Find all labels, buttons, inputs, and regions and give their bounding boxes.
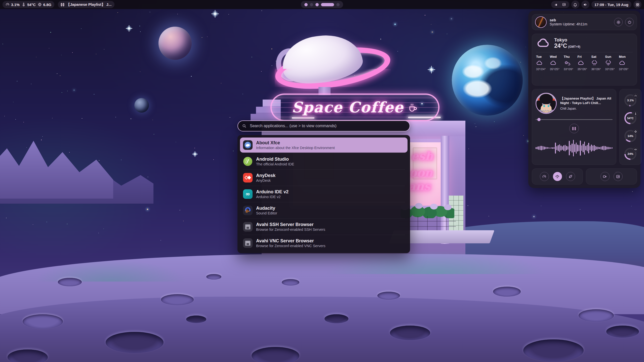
search-icon xyxy=(242,124,247,128)
cloud-icon xyxy=(550,60,557,66)
crater xyxy=(377,292,400,300)
star xyxy=(447,34,447,34)
user-name: seb xyxy=(550,18,587,22)
launcher-result-arduino-ide-v2[interactable]: Arduino IDE v2Arduino IDE v2 xyxy=(240,187,408,202)
forecast-temps: 36°/26° xyxy=(591,68,605,71)
star xyxy=(62,92,62,93)
star xyxy=(475,123,475,124)
stat-temperature-value: 54°C xyxy=(27,3,36,7)
app-grid-button[interactable] xyxy=(633,1,641,9)
leaf-icon xyxy=(568,174,573,179)
window-neon-text: ans xyxy=(408,179,430,193)
scales-icon xyxy=(555,174,559,179)
media-player-card: TOKYO L 【Japanese Playlist】 Japan All Ni… xyxy=(532,89,616,165)
clock-pill[interactable]: 17:09 - Tue, 19 Aug xyxy=(591,1,631,8)
gauge-cpu: 3.1% xyxy=(624,94,636,106)
result-title: Avahi SSH Server Browser xyxy=(256,222,325,227)
power-button[interactable] xyxy=(625,18,634,26)
side-panel: seb System Uptime: 4h11m Tokyo 24°C(GMT+… xyxy=(528,11,640,188)
stat-temperature: 54°C xyxy=(22,3,36,7)
search-input[interactable] xyxy=(249,123,406,128)
mode-balanced-button[interactable] xyxy=(553,172,562,181)
launcher-result-anydesk[interactable]: AnyDeskAnyDesk xyxy=(240,170,408,185)
star xyxy=(61,55,62,55)
star xyxy=(36,57,36,57)
star xyxy=(13,102,14,102)
crater xyxy=(161,294,194,305)
workspace-dot-3[interactable] xyxy=(315,3,319,6)
avahi-app-icon xyxy=(243,222,253,232)
forecast-thu: Thu33°/26° xyxy=(564,55,578,71)
star xyxy=(176,142,176,142)
crater xyxy=(282,279,299,286)
crater xyxy=(186,315,206,323)
thermometer-icon xyxy=(634,112,637,115)
chip-icon xyxy=(38,3,42,7)
system-tray xyxy=(551,1,569,8)
star xyxy=(41,140,42,140)
clock-label: 17:09 - Tue, 19 Aug xyxy=(594,3,628,7)
star xyxy=(202,37,202,38)
stat-cpu: 3.1% xyxy=(6,3,20,7)
forecast-temps: 33°/24° xyxy=(536,68,550,71)
launcher-result-about-xfce[interactable]: About XfceInformation about the Xfce Des… xyxy=(240,138,408,153)
star xyxy=(131,118,131,119)
mode-power-saver-button[interactable] xyxy=(566,172,575,181)
screen-record-button[interactable] xyxy=(600,172,610,181)
settings-button[interactable] xyxy=(614,18,623,26)
media-title: 【Japanese Playlist】 Japan All Night - To… xyxy=(560,96,613,105)
star xyxy=(49,48,49,49)
result-subtitle: Browse for Zeroconf-enabled SSH Servers xyxy=(256,227,325,232)
now-playing-pill[interactable]: 【Japanese Playlist】 J... xyxy=(58,1,114,8)
star xyxy=(431,24,431,25)
capture-card xyxy=(586,168,637,185)
result-title: About Xfce xyxy=(256,140,335,146)
storm-icon xyxy=(605,60,612,66)
progress-handle[interactable] xyxy=(537,118,541,121)
forecast-day: Fri xyxy=(578,55,591,59)
play-pause-button[interactable] xyxy=(569,124,579,133)
launcher-result-avahi-vnc-server-browser[interactable]: Avahi VNC Server BrowserBrowse for Zeroc… xyxy=(240,236,408,251)
weather-temperature: 24°C xyxy=(554,42,567,49)
sparkle-star-icon xyxy=(192,151,198,157)
launcher-result-audacity[interactable]: AudacitySound Editor xyxy=(240,203,408,218)
screenshot-button[interactable] xyxy=(614,172,623,181)
tray-wallpaper[interactable] xyxy=(562,3,566,7)
search-bar[interactable] xyxy=(237,120,410,131)
workspace-dot-1[interactable] xyxy=(304,3,308,6)
now-playing-label: 【Japanese Playlist】 J... xyxy=(66,2,111,7)
forecast-fri: Fri35°/26° xyxy=(578,55,591,71)
media-progress-bar[interactable] xyxy=(536,118,613,121)
volume-button[interactable] xyxy=(581,1,589,9)
workspace-dot-2[interactable] xyxy=(310,3,313,6)
crater xyxy=(523,339,584,361)
sparkle-star-icon xyxy=(211,10,219,18)
star xyxy=(31,84,31,84)
launcher-result-avahi-ssh-server-browser[interactable]: Avahi SSH Server BrowserBrowse for Zeroc… xyxy=(240,219,408,234)
stat-cpu-value: 3.1% xyxy=(11,3,20,7)
tray-cat[interactable] xyxy=(554,3,558,7)
forecast-day: Sat xyxy=(591,55,605,59)
crater xyxy=(106,332,164,353)
neon-sign: Space Coffee xyxy=(270,94,439,121)
notifications-button[interactable] xyxy=(571,1,579,9)
star xyxy=(489,216,489,216)
crater xyxy=(325,314,348,323)
cloud-icon xyxy=(536,60,543,66)
workspace-dot-4[interactable] xyxy=(321,3,334,6)
star xyxy=(397,51,398,52)
app-launcher: About XfceInformation about the Xfce Des… xyxy=(237,120,410,253)
row-separator xyxy=(243,153,405,153)
workspace-dot-5[interactable] xyxy=(336,3,340,6)
gauge-temperature: 54°C xyxy=(624,112,636,124)
result-subtitle: Information about the Xfce Desktop Envir… xyxy=(256,146,335,150)
result-subtitle: Browse for Zeroconf-enabled VNC Servers xyxy=(256,244,326,248)
system-stats-pill[interactable]: 3.1%54°C6.8G xyxy=(3,1,54,8)
launcher-result-android-studio[interactable]: Android StudioThe official Android IDE xyxy=(240,154,408,169)
weather-card: Tokyo 24°C(GMT+9) Tue33°/24°Wed35°/25°Th… xyxy=(532,34,637,85)
mode-performance-button[interactable] xyxy=(540,172,549,181)
xfce-app-icon xyxy=(243,140,253,150)
pause-icon xyxy=(572,127,574,130)
teal-glow xyxy=(15,251,206,282)
sparkle-star-icon xyxy=(126,25,132,32)
